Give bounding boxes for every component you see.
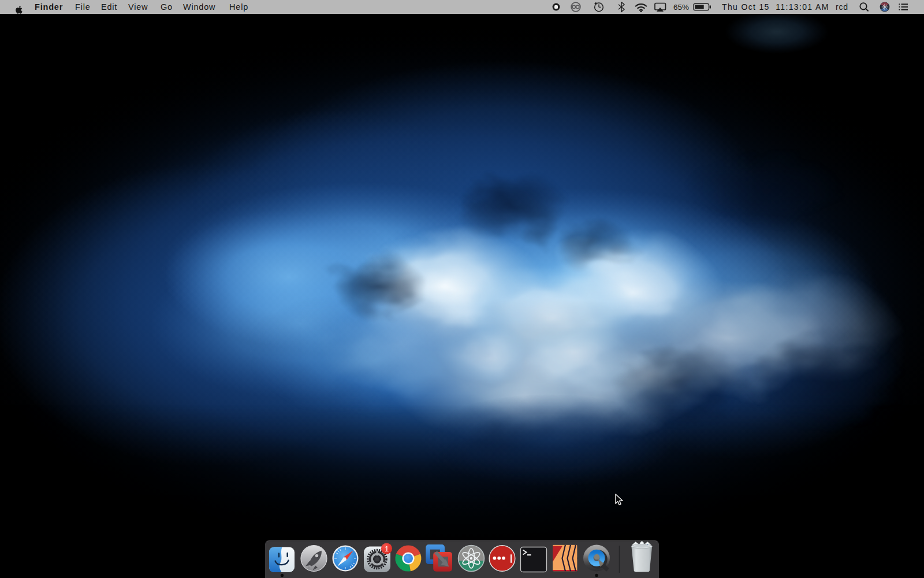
- svg-text:1: 1: [385, 544, 389, 553]
